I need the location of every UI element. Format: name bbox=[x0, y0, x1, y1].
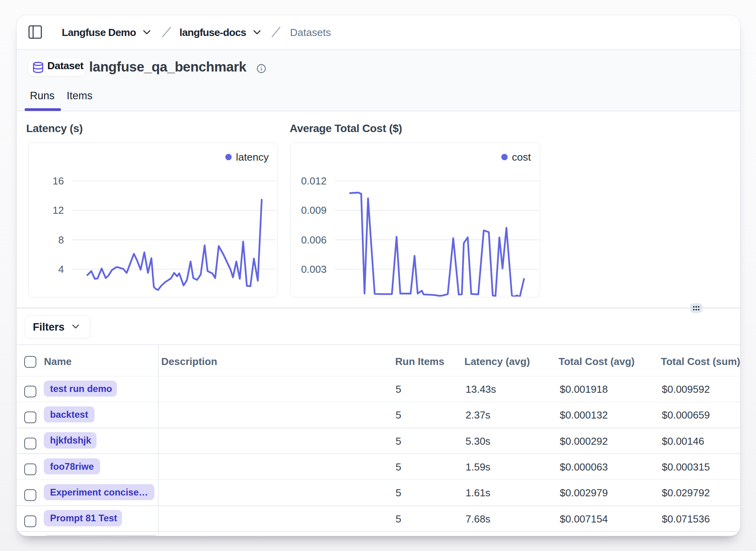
svg-text:cost: cost bbox=[512, 151, 531, 163]
svg-text:4: 4 bbox=[58, 263, 64, 275]
svg-text:0.006: 0.006 bbox=[301, 234, 326, 246]
svg-text:16: 16 bbox=[52, 175, 64, 187]
svg-text:0.003: 0.003 bbox=[301, 263, 326, 275]
svg-text:8: 8 bbox=[58, 234, 64, 246]
svg-text:0.009: 0.009 bbox=[301, 204, 326, 216]
svg-text:12: 12 bbox=[52, 204, 64, 216]
svg-text:0.012: 0.012 bbox=[301, 175, 326, 187]
svg-text:latency: latency bbox=[236, 151, 269, 163]
